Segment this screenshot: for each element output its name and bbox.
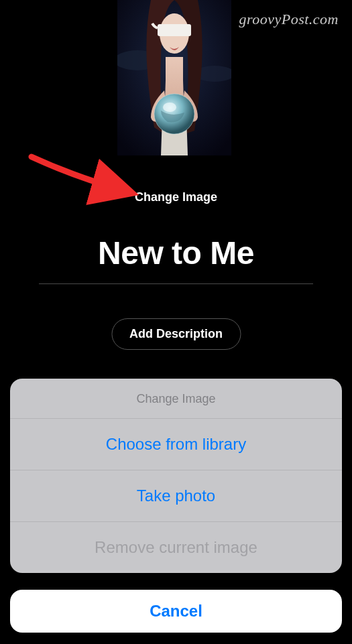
playlist-title-text: New to Me xyxy=(39,235,313,271)
playlist-title-field[interactable]: New to Me xyxy=(39,235,313,284)
action-sheet-title: Change Image xyxy=(10,379,342,418)
svg-rect-4 xyxy=(158,24,191,36)
watermark-text: groovyPost.com xyxy=(239,11,339,28)
annotation-arrow xyxy=(28,150,135,204)
choose-from-library-option[interactable]: Choose from library xyxy=(10,419,342,470)
title-underline xyxy=(39,283,313,284)
remove-current-image-option[interactable]: Remove current image xyxy=(10,522,342,573)
action-sheet: Change Image Choose from library Take ph… xyxy=(10,379,342,573)
playlist-cover-image[interactable] xyxy=(117,0,231,155)
edit-playlist-screen: groovyPost.com xyxy=(0,0,352,644)
take-photo-option[interactable]: Take photo xyxy=(10,470,342,521)
cancel-button[interactable]: Cancel xyxy=(10,590,342,633)
svg-point-6 xyxy=(163,103,176,112)
add-description-button[interactable]: Add Description xyxy=(111,318,241,350)
